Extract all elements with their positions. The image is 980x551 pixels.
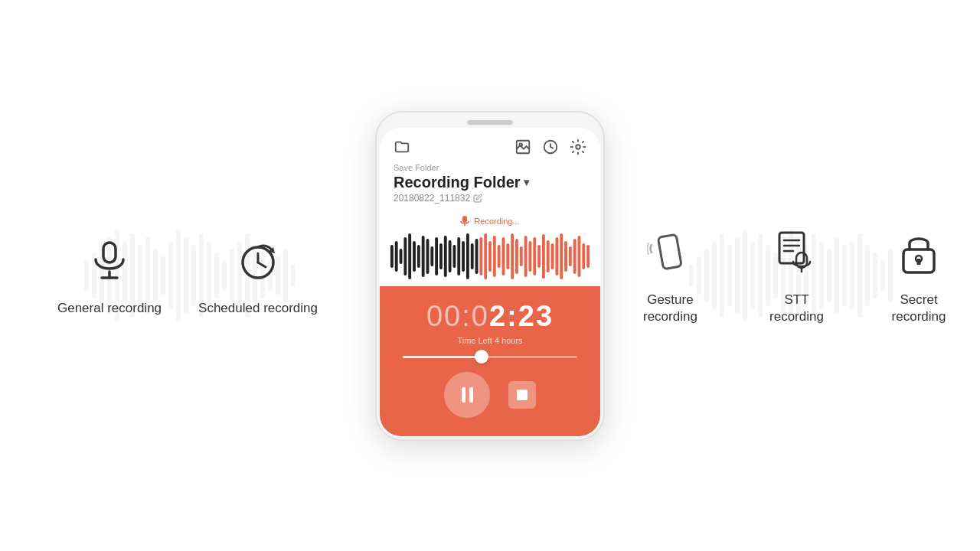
general-recording-label: General recording: [57, 300, 162, 317]
svg-rect-70: [400, 249, 403, 264]
svg-rect-122: [917, 259, 921, 265]
svg-rect-105: [555, 237, 558, 276]
scheduled-recording-label: Scheduled recording: [198, 300, 318, 317]
main-layout: General recording Scheduled recording: [0, 0, 980, 551]
waveform-area: Recording...: [380, 210, 600, 286]
folder-icon[interactable]: [394, 139, 410, 155]
svg-rect-86: [471, 243, 474, 269]
microphone-icon: [83, 234, 136, 288]
pause-icon: [462, 387, 473, 403]
svg-rect-68: [390, 245, 394, 268]
time-left-label: Time Left 4 hours: [395, 336, 585, 345]
svg-rect-90: [488, 241, 492, 272]
svg-rect-92: [498, 245, 501, 268]
pause-button[interactable]: [444, 372, 490, 418]
svg-rect-80: [444, 236, 447, 277]
svg-rect-103: [547, 240, 550, 272]
left-panel: General recording Scheduled recording: [0, 234, 375, 317]
svg-rect-74: [417, 245, 420, 268]
svg-rect-98: [524, 236, 528, 277]
clock-icon: [231, 234, 285, 288]
svg-rect-109: [573, 239, 577, 274]
svg-rect-107: [564, 241, 567, 272]
feature-gesture-recording: Gesture recording: [620, 226, 720, 325]
svg-rect-106: [560, 233, 563, 279]
progress-bar[interactable]: [403, 356, 577, 358]
right-panel: Gesture recording STT recording: [605, 226, 980, 325]
feature-stt-recording: STT recording: [757, 226, 836, 325]
svg-rect-76: [426, 239, 430, 274]
svg-rect-69: [395, 241, 398, 272]
svg-rect-71: [403, 237, 407, 276]
feature-secret-recording: Secret recording: [873, 226, 965, 325]
svg-rect-55: [103, 243, 116, 262]
svg-rect-112: [586, 245, 590, 268]
svg-line-60: [258, 262, 266, 267]
phone-toolbar: [394, 139, 586, 155]
svg-rect-78: [435, 237, 438, 276]
feature-general-recording: General recording: [57, 234, 162, 317]
gesture-recording-label: Gesture recording: [620, 292, 720, 325]
svg-rect-93: [502, 237, 505, 276]
svg-rect-97: [520, 246, 523, 266]
svg-rect-113: [658, 234, 682, 269]
svg-rect-100: [533, 237, 536, 276]
svg-rect-84: [462, 241, 465, 272]
stt-recording-label: STT recording: [757, 292, 836, 325]
mic-small-icon: [460, 216, 469, 227]
recording-indicator: Recording...: [389, 216, 591, 227]
svg-rect-77: [430, 246, 433, 266]
settings-icon[interactable]: [570, 139, 586, 155]
svg-rect-91: [493, 236, 496, 277]
svg-rect-83: [457, 237, 460, 276]
recording-status-text: Recording...: [474, 217, 519, 226]
control-buttons: [395, 372, 585, 418]
svg-rect-114: [779, 233, 804, 263]
phone-header: Save Folder Recording Folder ▾ 20180822_…: [380, 128, 600, 210]
recording-panel: 00:02:23 Time Left 4 hours: [380, 286, 600, 436]
svg-rect-110: [578, 236, 581, 277]
svg-point-65: [576, 145, 580, 149]
svg-rect-81: [449, 240, 452, 272]
svg-rect-73: [413, 241, 416, 272]
svg-rect-89: [484, 233, 487, 279]
folder-name[interactable]: Recording Folder ▾: [394, 174, 586, 191]
svg-rect-95: [511, 233, 514, 279]
audio-waveform: [389, 230, 591, 283]
progress-thumb[interactable]: [475, 350, 488, 364]
progress-track: [403, 356, 577, 358]
svg-rect-72: [408, 233, 411, 279]
svg-rect-104: [551, 243, 554, 269]
phone-screen: Save Folder Recording Folder ▾ 20180822_…: [380, 128, 600, 436]
stop-button[interactable]: [508, 381, 536, 409]
save-folder-label: Save Folder: [394, 163, 586, 172]
svg-rect-66: [462, 216, 467, 223]
stop-icon: [517, 390, 528, 400]
svg-rect-108: [569, 246, 572, 266]
svg-rect-94: [506, 243, 509, 269]
edit-icon[interactable]: [473, 194, 482, 203]
progress-fill: [403, 356, 482, 358]
gallery-icon[interactable]: [514, 139, 531, 155]
chevron-down-icon: ▾: [524, 176, 529, 188]
svg-rect-111: [582, 243, 585, 269]
svg-rect-87: [475, 239, 479, 274]
stt-icon: [769, 226, 823, 279]
phone-container: Save Folder Recording Folder ▾ 20180822_…: [375, 111, 605, 441]
phone-shake-icon: [643, 226, 697, 279]
secret-recording-label: Secret recording: [873, 292, 965, 325]
svg-rect-79: [439, 243, 443, 269]
phone-notch: [467, 120, 513, 125]
file-name: 20180822_111832: [394, 193, 586, 204]
svg-rect-99: [528, 241, 531, 272]
svg-rect-96: [515, 239, 518, 274]
schedule-icon[interactable]: [542, 139, 559, 155]
svg-rect-75: [422, 236, 425, 277]
feature-scheduled-recording: Scheduled recording: [198, 234, 318, 317]
svg-rect-101: [537, 245, 541, 268]
timer-display: 00:02:23: [395, 300, 585, 333]
toolbar-right-icons: [514, 139, 586, 155]
svg-rect-88: [479, 237, 482, 276]
phone-mockup: Save Folder Recording Folder ▾ 20180822_…: [375, 111, 605, 441]
svg-rect-82: [452, 245, 456, 268]
